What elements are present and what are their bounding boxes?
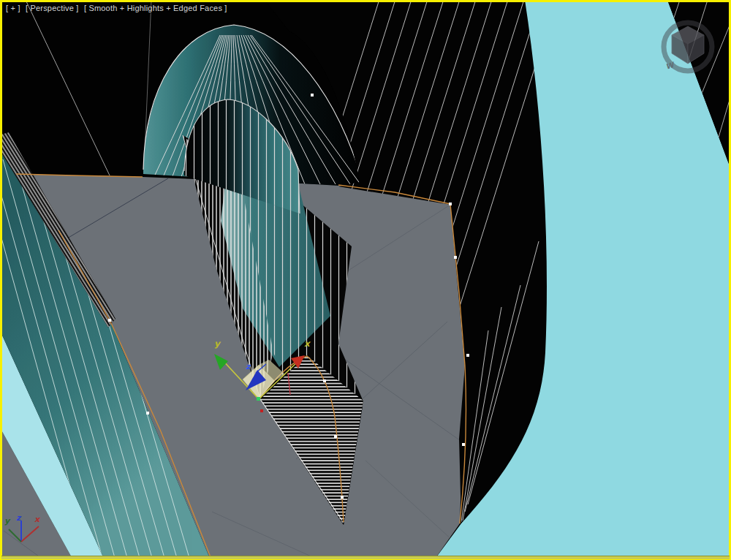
viewport-general-menu[interactable]: [ + ] bbox=[6, 4, 20, 12]
gizmo-red-dot bbox=[260, 409, 263, 412]
viewport-canvas[interactable]: y x z z x y W bbox=[0, 0, 731, 560]
perspective-viewport[interactable]: y x z z x y W bbox=[0, 0, 731, 560]
gizmo-origin-dot bbox=[257, 397, 260, 401]
viewport-pov-menu[interactable]: [ Perspective ] bbox=[26, 4, 79, 12]
viewport-label[interactable]: [ + ] [ Perspective ] [ Smooth + Highlig… bbox=[6, 4, 230, 12]
viewport-shading-menu[interactable]: [ Smooth + Highlights + Edged Faces ] bbox=[84, 4, 227, 12]
